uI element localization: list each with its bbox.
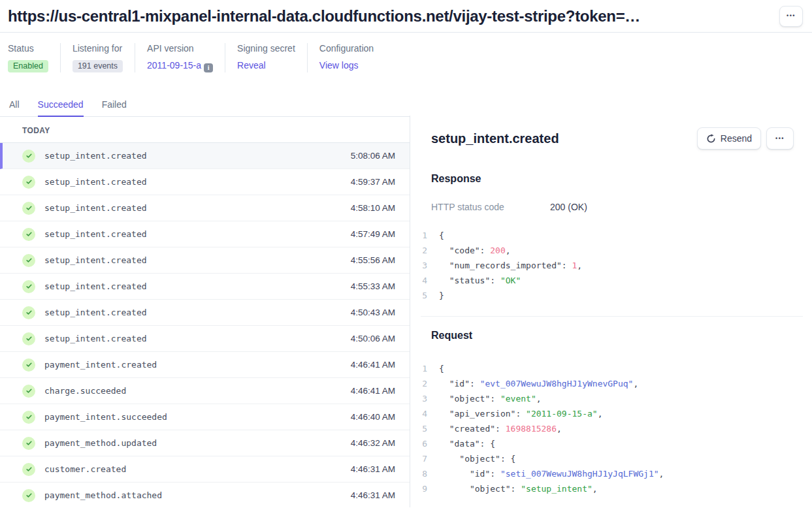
header-overflow-button[interactable]: ••• — [779, 6, 803, 27]
view-logs-link[interactable]: View logs — [319, 60, 359, 71]
event-name: setup_intent.created — [44, 177, 147, 187]
event-time: 4:58:10 AM — [351, 203, 395, 213]
code-line: 7 "object": { — [417, 451, 812, 466]
success-check-icon — [22, 202, 35, 215]
meta-configuration: Configuration View logs — [308, 43, 385, 72]
ellipsis-icon: ••• — [787, 13, 796, 19]
event-name: payment_intent.succeeded — [44, 412, 167, 422]
code-line: 8 "id": "seti_007WewuJW8hgHJ1yJqLFWGj1", — [417, 466, 812, 481]
line-number: 6 — [417, 436, 427, 451]
event-detail-panel: setup_intent.created Resend ••• Response — [410, 116, 812, 507]
code-line: 6 "data": { — [417, 436, 812, 451]
webhook-detail-page: https://us-central1-mixpanel-internal-da… — [0, 0, 812, 507]
event-name: charge.succeeded — [44, 386, 126, 396]
section-divider — [421, 316, 803, 317]
event-list-item[interactable]: payment_intent.created4:46:41 AM — [0, 352, 410, 378]
event-time: 4:46:40 AM — [351, 412, 395, 422]
code-line: 9 "object": "setup_intent", — [417, 481, 812, 496]
event-list-item[interactable]: payment_method.attached4:46:31 AM — [0, 483, 410, 508]
success-check-icon — [22, 332, 35, 345]
meta-listening-for: Listening for 191 events — [61, 43, 135, 72]
success-check-icon — [22, 489, 35, 502]
event-name: payment_method.attached — [44, 490, 162, 500]
success-check-icon — [22, 254, 35, 267]
main-content: All Succeeded Failed TODAY setup_intent.… — [0, 96, 812, 507]
response-section-heading: Response — [410, 173, 812, 185]
event-list-panel: All Succeeded Failed TODAY setup_intent.… — [0, 96, 410, 507]
code-line: 2 "code": 200, — [417, 243, 812, 258]
event-list-item[interactable]: setup_intent.created4:58:10 AM — [0, 195, 410, 221]
event-time: 4:59:37 AM — [351, 177, 395, 187]
success-check-icon — [22, 358, 35, 372]
event-time: 5:08:06 AM — [351, 151, 395, 161]
status-badge: Enabled — [8, 60, 48, 72]
success-check-icon — [22, 228, 35, 241]
code-line: 2 "id": "evt_007WewuJW8hgHJ1yWnevGPuq", — [417, 376, 812, 391]
code-line: 1{ — [417, 361, 812, 376]
code-line: 5} — [417, 288, 812, 303]
event-detail-title: setup_intent.created — [431, 131, 697, 146]
line-number: 4 — [417, 406, 427, 421]
code-line: 4 "status": "OK" — [417, 273, 812, 288]
reveal-secret-link[interactable]: Reveal — [237, 60, 266, 71]
event-list-item[interactable]: setup_intent.created5:08:06 AM — [0, 143, 410, 169]
event-list-item[interactable]: setup_intent.created4:55:56 AM — [0, 247, 410, 274]
success-check-icon — [22, 306, 35, 319]
webhook-meta-bar: Status Enabled Listening for 191 events … — [0, 33, 812, 72]
event-list-item[interactable]: setup_intent.created4:50:06 AM — [0, 326, 410, 352]
line-number: 2 — [417, 376, 427, 391]
tab-all[interactable]: All — [9, 96, 20, 116]
success-check-icon — [22, 176, 35, 189]
event-list-item[interactable]: payment_method.updated4:46:32 AM — [0, 430, 410, 456]
event-list-item[interactable]: customer.created4:46:31 AM — [0, 456, 410, 483]
success-check-icon — [22, 280, 35, 293]
event-name: setup_intent.created — [44, 255, 147, 265]
event-list-item[interactable]: setup_intent.created4:55:33 AM — [0, 274, 410, 300]
line-number: 8 — [417, 466, 427, 481]
success-check-icon — [22, 411, 35, 424]
event-time: 4:46:32 AM — [351, 438, 395, 448]
event-name: setup_intent.created — [44, 308, 147, 317]
event-list-item[interactable]: setup_intent.created4:59:37 AM — [0, 169, 410, 195]
refresh-icon — [706, 134, 716, 144]
detail-actions: Resend ••• — [697, 127, 794, 150]
event-list-item[interactable]: setup_intent.created4:50:43 AM — [0, 300, 410, 326]
detail-overflow-button[interactable]: ••• — [766, 127, 794, 150]
line-number: 1 — [417, 228, 427, 243]
event-list-item[interactable]: charge.succeeded4:46:41 AM — [0, 378, 410, 404]
event-rows: setup_intent.created5:08:06 AMsetup_inte… — [0, 143, 410, 508]
code-line: 5 "created": 1698815286, — [417, 421, 812, 436]
event-time: 4:55:33 AM — [351, 281, 395, 291]
request-section-heading: Request — [410, 330, 812, 341]
meta-status: Status Enabled — [8, 43, 61, 72]
event-time: 4:55:56 AM — [351, 255, 395, 265]
event-name: setup_intent.created — [44, 229, 147, 239]
code-line: 1{ — [417, 228, 812, 243]
line-number: 5 — [417, 421, 427, 436]
line-number: 5 — [417, 288, 427, 303]
meta-api-version: API version 2011-09-15-ai — [135, 43, 225, 72]
event-time: 4:46:41 AM — [351, 386, 395, 396]
event-name: payment_intent.created — [44, 360, 157, 370]
tab-succeeded[interactable]: Succeeded — [38, 96, 84, 117]
http-status-value: 200 (OK) — [550, 202, 587, 212]
event-list-item[interactable]: payment_intent.succeeded4:46:40 AM — [0, 404, 410, 430]
event-name: customer.created — [44, 464, 126, 474]
event-time: 4:50:43 AM — [351, 308, 395, 317]
api-version-link[interactable]: 2011-09-15-a — [147, 60, 201, 71]
code-line: 3 "num_records_imported": 1, — [417, 258, 812, 273]
meta-signing-secret: Signing secret Reveal — [225, 43, 308, 72]
event-time: 4:46:31 AM — [351, 490, 395, 500]
info-icon: i — [204, 63, 213, 72]
event-time: 4:57:49 AM — [351, 229, 395, 239]
tab-failed[interactable]: Failed — [102, 96, 127, 116]
event-name: setup_intent.created — [44, 334, 147, 343]
event-list-item[interactable]: setup_intent.created4:57:49 AM — [0, 221, 410, 247]
page-header: https://us-central1-mixpanel-internal-da… — [0, 0, 812, 33]
api-version-label: API version — [147, 43, 213, 54]
event-name: setup_intent.created — [44, 203, 147, 213]
events-count-badge: 191 events — [73, 60, 123, 72]
resend-button[interactable]: Resend — [697, 127, 761, 150]
signing-secret-label: Signing secret — [237, 43, 295, 54]
response-code-block: 1{2 "code": 200,3 "num_records_imported"… — [410, 228, 812, 303]
